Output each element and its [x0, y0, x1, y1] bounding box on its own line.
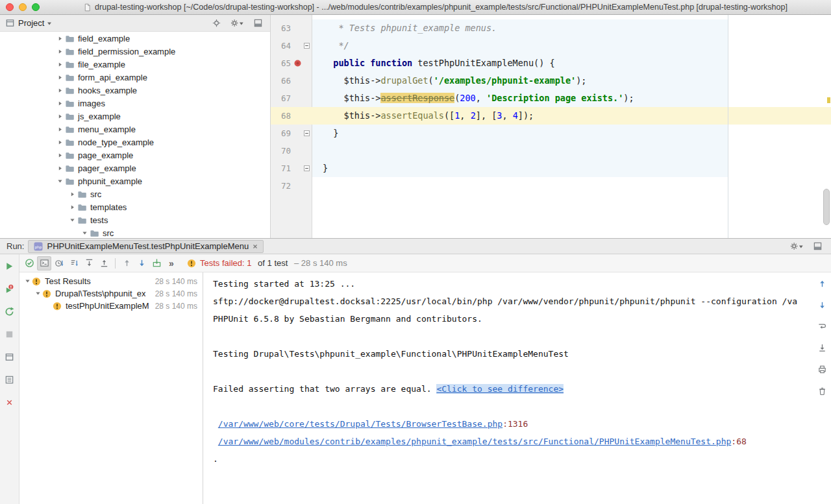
project-tree-item[interactable]: form_api_example — [0, 71, 270, 84]
move-down-button[interactable] — [815, 298, 829, 312]
sort-by-duration-button[interactable] — [52, 256, 66, 270]
close-button[interactable] — [3, 395, 17, 409]
run-tab-title: PHPUnitExampleMenuTest.testPhpUnitExampl… — [47, 241, 249, 251]
chevron-right-icon[interactable] — [56, 139, 64, 146]
editor-scrollbar[interactable] — [823, 189, 830, 225]
zoom-window-button[interactable] — [32, 3, 40, 11]
editor-line[interactable]: 64 */ — [271, 37, 831, 54]
move-up-button[interactable] — [815, 276, 829, 291]
stop-button[interactable] — [3, 327, 17, 341]
console-output[interactable]: Testing started at 13:25 ... sftp://dock… — [204, 272, 831, 504]
project-tree-item[interactable]: templates — [0, 200, 270, 213]
editor-line[interactable]: 69 } — [271, 125, 831, 142]
settings-button[interactable] — [230, 16, 244, 30]
test-tree-item[interactable]: testPhpUnitExampleM 28 s 140 ms — [19, 300, 203, 312]
project-tree-item[interactable]: src — [0, 226, 270, 238]
failed-test-gutter-icon[interactable] — [294, 60, 301, 67]
editor-line[interactable]: 72 — [271, 177, 831, 195]
select-opened-file-button[interactable] — [209, 16, 223, 30]
warning-stripe-mark[interactable] — [827, 97, 830, 103]
rerun-button[interactable] — [3, 259, 17, 273]
chevron-right-icon[interactable] — [56, 74, 64, 81]
restore-layout-button[interactable] — [3, 350, 17, 364]
project-tree-item[interactable]: phpunit_example — [0, 174, 270, 187]
test-tree-item[interactable]: Drupal\Tests\phpunit_ex 28 s 140 ms — [19, 287, 203, 300]
close-window-button[interactable] — [6, 3, 14, 11]
print-button[interactable] — [815, 362, 829, 376]
chevron-right-icon[interactable] — [56, 35, 64, 42]
file-link[interactable]: /var/www/web/modules/contrib/examples/ph… — [218, 437, 732, 446]
hide-panel-button[interactable] — [251, 16, 265, 30]
show-passed-button[interactable] — [22, 256, 36, 270]
editor-line[interactable]: 65 public function testPhpUnitExampleMen… — [271, 54, 831, 72]
close-tab-icon[interactable] — [252, 243, 258, 250]
previous-failed-test-button[interactable] — [119, 256, 134, 270]
chevron-right-icon[interactable] — [56, 87, 64, 94]
project-tree-item[interactable]: tests — [0, 213, 270, 226]
import-test-results-button[interactable] — [149, 256, 164, 270]
soft-wrap-button[interactable] — [815, 319, 829, 333]
line-number: 68 — [281, 111, 291, 121]
editor-line[interactable]: 67 $this->assertResponse(200, 'Descripti… — [271, 90, 831, 107]
window-controls[interactable] — [6, 3, 40, 11]
fold-marker-icon[interactable] — [304, 165, 310, 171]
collapse-all-button[interactable] — [97, 256, 111, 270]
fold-marker-icon[interactable] — [304, 43, 310, 49]
editor-line[interactable]: 63 * Tests phpunit_example menus. — [271, 19, 831, 37]
chevron-down-icon[interactable] — [81, 230, 89, 237]
code-text: public function testPhpUnitExampleMenu()… — [312, 54, 555, 72]
editor-line[interactable]: 68 $this->assertEquals([1, 2], [3, 4]); — [271, 107, 831, 125]
project-tree-item[interactable]: src — [0, 187, 270, 200]
run-tab[interactable]: php PHPUnitExampleMenuTest.testPhpUnitEx… — [28, 240, 264, 253]
rerun-failed-tests-button[interactable] — [3, 282, 17, 296]
expand-all-button[interactable] — [82, 256, 96, 270]
line-reference[interactable]: :1316 — [502, 419, 528, 429]
project-tree-item[interactable]: images — [0, 97, 270, 110]
file-link[interactable]: /var/www/web/core/tests/Drupal/Tests/Bro… — [218, 419, 502, 429]
fold-marker-icon[interactable] — [304, 130, 310, 136]
chevron-right-icon[interactable] — [56, 48, 64, 55]
scroll-to-end-button[interactable] — [815, 341, 829, 355]
chevron-right-icon[interactable] — [68, 191, 77, 198]
more-options-button[interactable]: » — [164, 256, 179, 270]
project-tree-item[interactable]: pager_example — [0, 162, 270, 174]
editor-line[interactable]: 66 $this->drupalGet('/examples/phpunit-e… — [271, 72, 831, 90]
chevron-down-icon[interactable] — [68, 217, 77, 224]
project-panel-title[interactable]: Project — [18, 18, 44, 28]
sort-alphabetically-button[interactable] — [67, 256, 81, 270]
clear-all-button[interactable] — [815, 383, 829, 398]
hide-panel-button[interactable] — [810, 239, 825, 254]
settings-button[interactable] — [789, 239, 804, 254]
chevron-down-icon[interactable] — [56, 178, 64, 185]
see-difference-link[interactable]: <Click to see difference> — [436, 384, 564, 394]
chevron-down-icon[interactable] — [34, 290, 42, 297]
project-tree-item[interactable]: hooks_example — [0, 84, 270, 97]
toggle-auto-test-button[interactable] — [3, 304, 17, 318]
chevron-right-icon[interactable] — [68, 204, 77, 211]
project-tree-item[interactable]: js_example — [0, 110, 270, 123]
editor[interactable]: 63 * Tests phpunit_example menus. 64 */ … — [271, 15, 831, 238]
chevron-right-icon[interactable] — [56, 165, 64, 172]
show-terminal-button[interactable] — [37, 256, 51, 270]
chevron-right-icon[interactable] — [56, 152, 64, 159]
chevron-down-icon[interactable] — [24, 278, 31, 285]
project-tree-item[interactable]: field_example — [0, 32, 270, 45]
minimize-window-button[interactable] — [19, 3, 27, 11]
test-duration: 28 s 140 ms — [155, 277, 203, 286]
project-panel-header[interactable]: Project — [0, 15, 270, 32]
project-tree-item[interactable]: menu_example — [0, 123, 270, 136]
project-tree-item[interactable]: node_type_example — [0, 136, 270, 149]
next-failed-test-button[interactable] — [134, 256, 149, 270]
project-tree-item[interactable]: file_example — [0, 58, 270, 71]
project-tree-item[interactable]: page_example — [0, 149, 270, 162]
chevron-right-icon[interactable] — [56, 113, 64, 120]
project-tree-item[interactable]: field_permission_example — [0, 45, 270, 58]
chevron-right-icon[interactable] — [56, 100, 64, 107]
test-tree-item[interactable]: Test Results 28 s 140 ms — [19, 275, 203, 287]
chevron-right-icon[interactable] — [56, 61, 64, 68]
chevron-right-icon[interactable] — [56, 126, 64, 133]
editor-line[interactable]: 71 } — [271, 160, 831, 177]
test-history-button[interactable] — [3, 372, 17, 387]
line-reference[interactable]: :68 — [731, 437, 746, 446]
editor-line[interactable]: 70 — [271, 142, 831, 160]
